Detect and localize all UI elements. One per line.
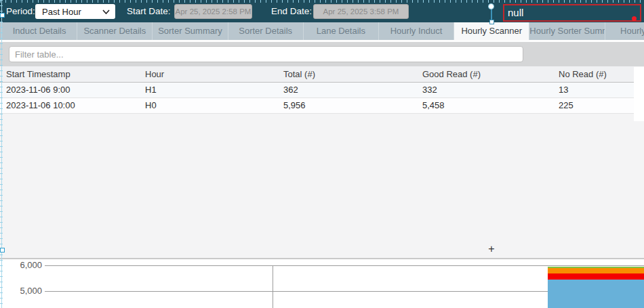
null-error-overlay: null [503, 4, 641, 22]
y-axis-tick-label: 6,000 [0, 260, 42, 270]
drag-handle-square[interactable] [489, 20, 494, 24]
y-axis-tick-label: 5,000 [0, 286, 42, 296]
tab-bar: Induct DetailsScanner DetailsSorter Summ… [0, 22, 644, 40]
app-root: Period: Past Hour Start Date: Apr 25, 20… [0, 0, 644, 308]
bar-segment-good-read-blue [548, 280, 644, 308]
table-cell: 2023-11-06 10:00 [0, 97, 139, 113]
column-header[interactable]: Good Read (#) [416, 66, 552, 82]
table-cell: 13 [552, 82, 634, 97]
tab-scanner-details[interactable]: Scanner Details [77, 22, 153, 40]
tab-sorter-summary[interactable]: Sorter Summary [153, 22, 228, 40]
column-header[interactable]: No Read (#) [552, 66, 634, 82]
vertical-gridline [273, 266, 273, 308]
table-row[interactable]: 2023-11-06 9:00H136233213 [0, 82, 634, 97]
start-date-label: Start Date: [127, 0, 171, 22]
column-header[interactable]: Hour [139, 66, 277, 82]
tab-sorter-details[interactable]: Sorter Details [228, 22, 304, 40]
table-cell: 5,458 [416, 97, 552, 113]
table-row[interactable]: 2023-11-06 10:00H05,9565,458225 [0, 97, 634, 113]
start-date-input[interactable]: Apr 25, 2025 2:58 PM [174, 4, 252, 19]
chevron-down-icon [102, 9, 110, 14]
record-dot-icon [632, 16, 637, 21]
table-cell: 2023-11-06 9:00 [0, 82, 139, 97]
tab-hourly-scanner[interactable]: Hourly Scanner [454, 22, 529, 40]
period-select-value: Past Hour [42, 7, 102, 17]
end-date-label: End Date: [271, 0, 312, 22]
selection-handle-bottom-left[interactable] [0, 248, 5, 252]
period-select[interactable]: Past Hour [35, 4, 115, 19]
tab-hourly-induct[interactable]: Hourly Induct [379, 22, 454, 40]
tab-hourly-sorter-summar[interactable]: Hourly Sorter Summar [529, 22, 605, 40]
column-header[interactable]: Total (#) [277, 66, 416, 82]
column-header[interactable]: Start Timestamp [0, 66, 139, 82]
table-cell: 225 [552, 97, 634, 113]
selection-handle-top-left[interactable] [0, 13, 5, 18]
bar-segment-orange-segment [548, 268, 644, 273]
table-cell: 362 [277, 82, 416, 97]
chart-area: 6,0005,000 [0, 259, 644, 308]
add-icon[interactable]: + [486, 244, 497, 255]
table-cell: 5,956 [277, 97, 416, 113]
stacked-bar-h0 [548, 267, 644, 308]
tab-induct-details[interactable]: Induct Details [2, 22, 77, 40]
filter-bar [0, 42, 644, 66]
table-cell: H0 [139, 97, 277, 113]
period-label: Period: [6, 0, 35, 22]
data-table: Start TimestampHourTotal (#)Good Read (#… [0, 66, 634, 114]
table-cell: H1 [139, 82, 277, 97]
table-cell: 332 [416, 82, 552, 97]
tab-hourly-sort[interactable]: Hourly Sort [605, 22, 644, 40]
table-header-row: Start TimestampHourTotal (#)Good Read (#… [0, 66, 634, 82]
filter-input[interactable] [9, 46, 523, 62]
scrollbar-track [634, 67, 644, 121]
end-date-input[interactable]: Apr 25, 2025 3:58 PM [313, 4, 409, 19]
tab-lane-details[interactable]: Lane Details [304, 22, 379, 40]
bar-segment-no-read-red [548, 273, 644, 280]
null-text: null [508, 7, 523, 18]
table-panel: Start TimestampHourTotal (#)Good Read (#… [0, 66, 644, 258]
drag-handle-circle[interactable] [488, 3, 494, 9]
